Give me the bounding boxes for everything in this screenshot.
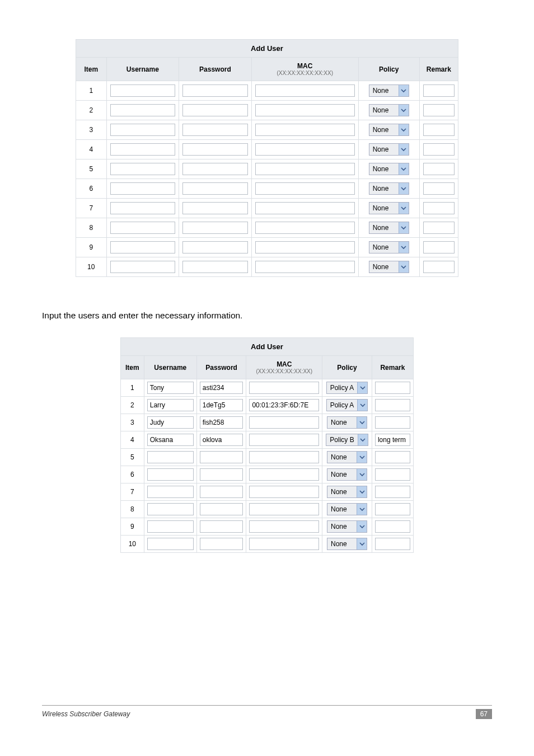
mac-input[interactable] (255, 104, 355, 116)
remark-input[interactable] (423, 163, 455, 175)
policy-select[interactable]: None (369, 104, 409, 116)
user-input[interactable] (110, 261, 176, 273)
mac-input[interactable] (255, 241, 355, 253)
policy-select[interactable]: None (369, 182, 409, 195)
pass-input[interactable] (200, 399, 243, 411)
policy-select[interactable]: None (327, 486, 367, 498)
remark-input[interactable] (423, 124, 455, 136)
remark-input[interactable] (423, 222, 455, 234)
mac-input[interactable] (255, 124, 355, 136)
mac-input[interactable] (255, 261, 355, 273)
mac-input[interactable] (255, 182, 355, 195)
pass-input[interactable] (182, 261, 248, 273)
policy-select[interactable]: None (369, 261, 409, 273)
pass-input[interactable] (182, 143, 248, 156)
user-input[interactable] (110, 163, 176, 175)
mac-input[interactable] (249, 468, 319, 481)
remark-input[interactable] (375, 416, 410, 429)
remark-input[interactable] (375, 468, 410, 481)
policy-select[interactable]: None (369, 202, 409, 214)
pass-input[interactable] (200, 503, 243, 515)
remark-input[interactable] (423, 261, 455, 273)
user-input[interactable] (147, 399, 194, 411)
mac-input[interactable] (255, 222, 355, 234)
user-input[interactable] (110, 182, 176, 195)
pass-input[interactable] (200, 468, 243, 481)
remark-input[interactable] (375, 538, 410, 550)
pass-input[interactable] (182, 241, 248, 253)
pass-input[interactable] (182, 182, 248, 195)
pass-input[interactable] (200, 434, 243, 446)
user-input[interactable] (110, 124, 176, 136)
pass-input[interactable] (182, 84, 248, 97)
pass-input[interactable] (200, 486, 243, 498)
mac-input[interactable] (249, 538, 319, 550)
policy-select[interactable]: None (327, 520, 367, 533)
pass-input[interactable] (182, 104, 248, 116)
remark-input[interactable] (375, 451, 410, 463)
user-input[interactable] (147, 503, 194, 515)
mac-input[interactable] (255, 163, 355, 175)
remark-input[interactable] (375, 382, 410, 394)
user-input[interactable] (110, 84, 176, 97)
user-input[interactable] (147, 538, 194, 550)
user-input[interactable] (147, 468, 194, 481)
user-input[interactable] (110, 241, 176, 253)
policy-select[interactable]: None (369, 84, 409, 97)
policy-select[interactable]: None (369, 241, 409, 253)
policy-select[interactable]: None (327, 468, 367, 481)
remark-input[interactable] (423, 84, 455, 97)
mac-input[interactable] (255, 202, 355, 214)
remark-input[interactable] (375, 399, 410, 411)
policy-select[interactable]: Policy A (326, 382, 368, 394)
remark-input[interactable] (423, 143, 455, 156)
policy-select[interactable]: Policy A (326, 399, 368, 411)
user-input[interactable] (147, 486, 194, 498)
pass-input[interactable] (200, 451, 243, 463)
mac-input[interactable] (249, 520, 319, 533)
user-input[interactable] (110, 202, 176, 214)
remark-input[interactable] (375, 486, 410, 498)
mac-input[interactable] (255, 143, 355, 156)
remark-input[interactable] (423, 104, 455, 116)
mac-input[interactable] (249, 486, 319, 498)
pass-input[interactable] (182, 222, 248, 234)
remark-input[interactable] (423, 241, 455, 253)
mac-input[interactable] (249, 451, 319, 463)
pass-input[interactable] (200, 382, 243, 394)
policy-select[interactable]: None (327, 451, 367, 463)
user-input[interactable] (110, 104, 176, 116)
policy-select[interactable]: None (369, 143, 409, 156)
policy-select[interactable]: None (369, 163, 409, 175)
pass-input[interactable] (182, 163, 248, 175)
mac-input[interactable] (249, 399, 319, 411)
mac-input[interactable] (249, 382, 319, 394)
mac-input[interactable] (249, 416, 319, 429)
policy-select[interactable]: Policy B (326, 434, 368, 446)
user-input[interactable] (110, 143, 176, 156)
pass-input[interactable] (182, 124, 248, 136)
pass-input[interactable] (200, 520, 243, 533)
mac-input[interactable] (249, 434, 319, 446)
remark-input[interactable] (423, 182, 455, 195)
user-input[interactable] (147, 451, 194, 463)
policy-select[interactable]: None (327, 416, 367, 429)
policy-select[interactable]: None (369, 124, 409, 136)
remark-input[interactable] (375, 434, 410, 446)
policy-select[interactable]: None (327, 538, 367, 550)
policy-select[interactable]: None (369, 222, 409, 234)
user-input[interactable] (147, 416, 194, 429)
user-input[interactable] (147, 520, 194, 533)
user-input[interactable] (147, 382, 194, 394)
policy-select[interactable]: None (327, 503, 367, 515)
remark-input[interactable] (375, 503, 410, 515)
remark-input[interactable] (423, 202, 455, 214)
pass-input[interactable] (200, 416, 243, 429)
user-input[interactable] (147, 434, 194, 446)
remark-input[interactable] (375, 520, 410, 533)
pass-input[interactable] (200, 538, 243, 550)
mac-input[interactable] (255, 84, 355, 97)
mac-input[interactable] (249, 503, 319, 515)
pass-input[interactable] (182, 202, 248, 214)
user-input[interactable] (110, 222, 176, 234)
